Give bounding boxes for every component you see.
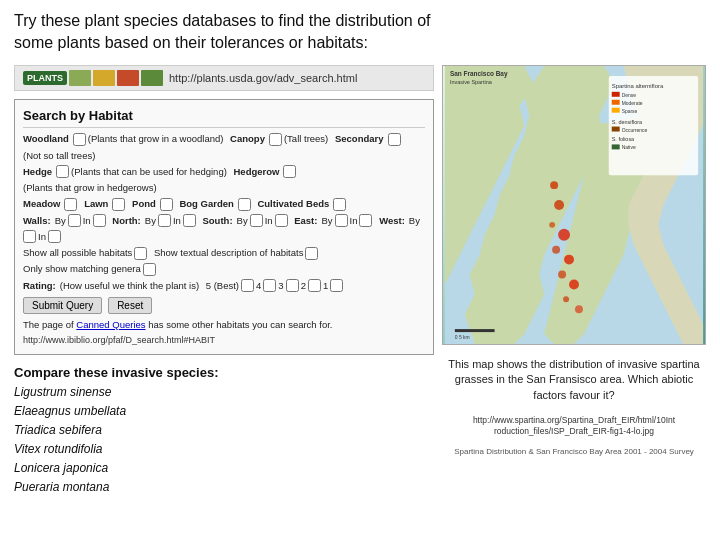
right-column: Spartina alterniflora Dense Moderate Spa… (442, 65, 706, 530)
hedgerow-label: Hedgerow (233, 165, 279, 179)
rating-1-label: 1 (323, 279, 328, 293)
show-all-checkbox[interactable] (134, 247, 147, 260)
svg-point-11 (558, 270, 566, 278)
svg-rect-19 (612, 100, 620, 105)
canned-queries-link[interactable]: Canned Queries (76, 319, 145, 330)
lawn-label: Lawn (84, 197, 108, 211)
pond-checkbox[interactable] (160, 198, 173, 211)
svg-text:Dense: Dense (622, 93, 637, 98)
south-in-cb[interactable] (275, 214, 288, 227)
woodland-checkbox[interactable] (73, 133, 86, 146)
left-column: PLANTS http://plants.usda.gov/adv_search… (14, 65, 434, 530)
east-label: East: (294, 214, 317, 228)
habitat-note: The page of Canned Queries has some othe… (23, 318, 425, 332)
lawn-checkbox[interactable] (112, 198, 125, 211)
rating-2-cb[interactable] (308, 279, 321, 292)
meadow-label: Meadow (23, 197, 60, 211)
map-caption: Spartina Distribution & San Francisco Ba… (442, 447, 706, 456)
compare-section: Compare these invasive species: Ligustru… (14, 365, 434, 498)
plant-img-1 (69, 70, 91, 86)
south-label: South: (202, 214, 232, 228)
main-content: PLANTS http://plants.usda.gov/adv_search… (14, 65, 706, 530)
svg-text:S. densiflora: S. densiflora (612, 118, 643, 124)
svg-point-13 (563, 296, 569, 302)
svg-text:Occurrence: Occurrence (622, 127, 648, 132)
species-6: Pueraria montana (14, 478, 434, 497)
canopy-label: Canopy (230, 132, 265, 146)
woodland-label: Woodland (23, 132, 69, 146)
hedge-checkbox[interactable] (56, 165, 69, 178)
habitat-row-3: Meadow Lawn Pond Bog Garden Cultivated B… (23, 197, 425, 211)
rating-3-cb[interactable] (286, 279, 299, 292)
pond-label: Pond (132, 197, 156, 211)
west-by: By (409, 214, 420, 228)
svg-text:Native: Native (622, 145, 636, 150)
svg-point-5 (550, 181, 558, 189)
svg-text:San Francisco Bay: San Francisco Bay (450, 70, 508, 78)
hedge-desc: (Plants that can be used for hedging) (71, 165, 227, 179)
plant-img-2 (93, 70, 115, 86)
svg-point-10 (564, 254, 574, 264)
svg-rect-15 (609, 76, 698, 175)
svg-point-9 (552, 245, 560, 253)
svg-text:Invasive Spartina: Invasive Spartina (450, 79, 493, 85)
submit-button[interactable]: Submit Query (23, 297, 102, 314)
north-by-cb[interactable] (158, 214, 171, 227)
east-by: By (321, 214, 332, 228)
rating-1-cb[interactable] (330, 279, 343, 292)
south-in: In (265, 214, 273, 228)
svg-point-6 (554, 200, 564, 210)
page-container: Try these plant species databases to fin… (0, 0, 720, 540)
west-by-cb[interactable] (23, 230, 36, 243)
svg-point-12 (569, 279, 579, 289)
north-by: By (145, 214, 156, 228)
habitat-box: Search by Habitat Woodland (Plants that … (14, 99, 434, 355)
species-list: Ligustrum sinense Elaeagnus umbellata Tr… (14, 383, 434, 498)
svg-rect-17 (612, 92, 620, 97)
meadow-checkbox[interactable] (64, 198, 77, 211)
canopy-desc: (Tall trees) (284, 132, 328, 146)
plant-img-4 (141, 70, 163, 86)
reset-button[interactable]: Reset (108, 297, 152, 314)
walls-in: In (83, 214, 91, 228)
east-in-cb[interactable] (359, 214, 372, 227)
plants-logo: PLANTS (23, 70, 163, 86)
walls-by-cb[interactable] (68, 214, 81, 227)
map-url: http://www.spartina.org/Spartina_Draft_E… (442, 415, 706, 437)
bog-checkbox[interactable] (238, 198, 251, 211)
hedgerow-checkbox[interactable] (283, 165, 296, 178)
secondary-checkbox[interactable] (388, 133, 401, 146)
north-in-cb[interactable] (183, 214, 196, 227)
note-text2: has some other habitats you can search f… (148, 319, 332, 330)
rating-desc: (How useful we think the plant is) (60, 279, 199, 293)
species-1: Ligustrum sinense (14, 383, 434, 402)
map-image: Spartina alterniflora Dense Moderate Spa… (442, 65, 706, 345)
rating-5-cb[interactable] (241, 279, 254, 292)
canopy-checkbox[interactable] (269, 133, 282, 146)
rating-4-cb[interactable] (263, 279, 276, 292)
svg-rect-21 (612, 107, 620, 112)
show-textual-text: Show textual description of habitats (154, 246, 303, 260)
rating-2-label: 2 (301, 279, 306, 293)
show-textual-checkbox[interactable] (305, 247, 318, 260)
species-5: Lonicera japonica (14, 459, 434, 478)
habitat-title: Search by Habitat (23, 106, 425, 129)
walls-in-cb[interactable] (93, 214, 106, 227)
svg-point-7 (549, 222, 555, 228)
east-by-cb[interactable] (335, 214, 348, 227)
svg-rect-24 (612, 126, 620, 131)
west-label: West: (379, 214, 405, 228)
plants-images (69, 70, 163, 86)
rating-5-label: 5 (Best) (206, 279, 239, 293)
east-in: In (350, 214, 358, 228)
cultivated-checkbox[interactable] (333, 198, 346, 211)
map-description: This map shows the distribution of invas… (442, 353, 706, 407)
secondary-label: Secondary (335, 132, 384, 146)
rating-label: Rating: (23, 279, 56, 293)
cultivated-label: Cultivated Beds (257, 197, 329, 211)
west-in-cb[interactable] (48, 230, 61, 243)
south-by-cb[interactable] (250, 214, 263, 227)
species-4: Vitex rotundifolia (14, 440, 434, 459)
show-all-row: Show all possible habitats Show textual … (23, 246, 425, 277)
only-show-checkbox[interactable] (143, 263, 156, 276)
